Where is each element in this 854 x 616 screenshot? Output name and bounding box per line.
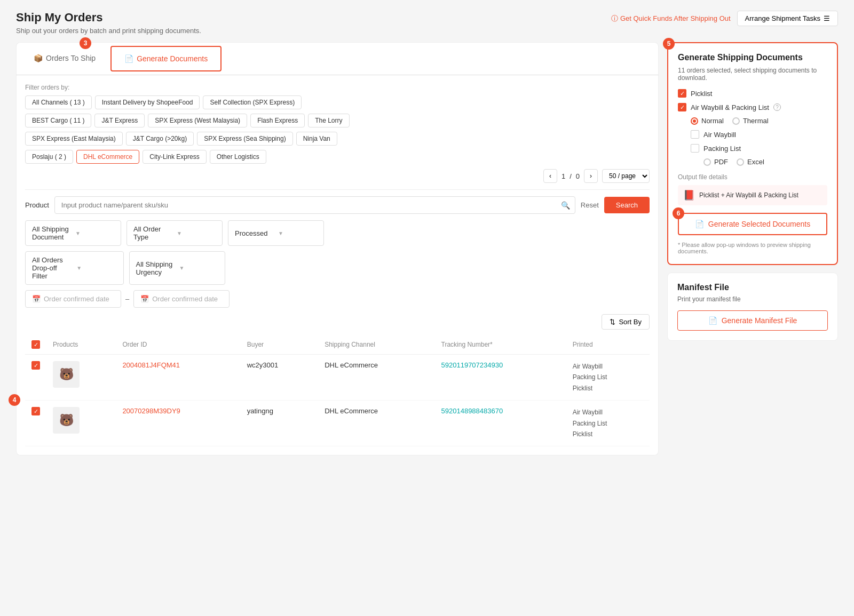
air-waybill-only-checkbox[interactable] — [691, 130, 699, 139]
chip-jt-express[interactable]: J&T Express — [94, 114, 145, 127]
order-type-dropdown[interactable]: All Order Type ▼ — [126, 220, 223, 246]
filter-dropdowns-row2: All Orders Drop-off Filter ▼ All Shippin… — [25, 251, 650, 285]
packing-list-checkbox[interactable] — [691, 144, 699, 153]
tab-generate-documents[interactable]: 📄 Generate Documents — [110, 46, 222, 71]
doc-icon: 📄 — [124, 54, 133, 63]
date-start-input[interactable]: 📅 Order confirmed date — [25, 290, 121, 308]
chip-other-logistics[interactable]: Other Logistics — [210, 150, 266, 164]
reset-button[interactable]: Reset — [581, 201, 599, 209]
col-tracking-number: Tracking Number* — [435, 335, 566, 355]
page-subtitle: Ship out your orders by batch and print … — [16, 27, 838, 35]
select-all-checkbox[interactable]: ✓ — [31, 340, 40, 349]
chip-poslaju[interactable]: Poslaju ( 2 ) — [25, 150, 73, 164]
check-icon: ✓ — [34, 363, 38, 369]
date-separator: – — [125, 295, 129, 303]
print-type-radios: Normal Thermal — [691, 117, 827, 125]
sort-button[interactable]: ⇅ Sort By — [602, 314, 650, 330]
generate-btn-wrap: 6 📄 Generate Selected Documents — [678, 213, 827, 235]
urgency-dropdown[interactable]: All Shipping Urgency ▼ — [129, 251, 225, 285]
search-row: Product 🔍 Reset Search — [25, 196, 650, 214]
chip-spx-sea[interactable]: SPX Express (Sea Shipping) — [197, 132, 292, 146]
page-sep: / — [570, 172, 572, 180]
info-circle-icon: ⓘ — [611, 14, 618, 23]
filter-dropdowns-row1: All Shipping Document ▼ All Order Type ▼… — [25, 220, 650, 246]
shipping-doc-dropdown[interactable]: All Shipping Document ▼ — [25, 220, 121, 246]
menu-icon: ☰ — [824, 14, 830, 22]
air-waybill-sub-option: Air Waybill — [691, 130, 827, 139]
air-waybill-only-label: Air Waybill — [703, 131, 736, 139]
radio-normal[interactable]: Normal — [691, 117, 724, 125]
generate-docs-subtitle: 11 orders selected, select shipping docu… — [678, 67, 827, 82]
prev-page-button[interactable]: ‹ — [543, 169, 557, 183]
chip-self-collection[interactable]: Self Collection (SPX Express) — [203, 95, 302, 109]
col-printed: Printed — [566, 335, 650, 355]
next-page-button[interactable]: › — [584, 169, 598, 183]
radio-excel[interactable]: Excel — [737, 158, 764, 166]
step6-badge: 6 — [673, 207, 684, 219]
radio-thermal[interactable]: Thermal — [732, 117, 769, 125]
generate-docs-card: 5 Generate Shipping Documents 11 orders … — [667, 42, 838, 265]
chip-the-lorry[interactable]: The Lorry — [308, 114, 349, 127]
chip-citylink[interactable]: City-Link Express — [143, 150, 206, 164]
radio-normal-label: Normal — [701, 117, 724, 125]
chevron-down-icon: ▼ — [177, 230, 216, 236]
product-search-input[interactable] — [54, 196, 575, 214]
chip-jt-cargo[interactable]: J&T Cargo (>20kg) — [126, 132, 194, 146]
tracking-link-1[interactable]: 5920119707234930 — [441, 361, 503, 369]
help-icon[interactable]: ? — [773, 103, 781, 111]
date-end-input[interactable]: 📅 Order confirmed date — [133, 290, 230, 308]
picklist-checkbox[interactable]: ✓ — [678, 89, 686, 98]
step3-badge: 3 — [80, 37, 91, 49]
order-id-link-2[interactable]: 20070298M39DY9 — [122, 407, 180, 415]
get-quick-funds-link[interactable]: ⓘ Get Quick Funds After Shipping Out — [611, 14, 731, 23]
chevron-down-icon: ▼ — [76, 265, 116, 271]
arrange-shipment-button[interactable]: Arrange Shipment Tasks ☰ — [737, 11, 838, 26]
check-icon: ✓ — [680, 90, 685, 97]
order-id-link-1[interactable]: 2004081J4FQM41 — [122, 361, 180, 369]
chip-ninja-van[interactable]: Ninja Van — [296, 132, 337, 146]
manifest-title: Manifest File — [677, 283, 828, 292]
tab-orders-to-ship[interactable]: 📦 Orders To Ship — [21, 46, 108, 71]
output-section: Output file details 📕 Picklist + Air Way… — [678, 173, 827, 205]
status-dropdown[interactable]: Processed ▼ — [228, 220, 324, 246]
search-button[interactable]: Search — [604, 197, 650, 213]
generate-selected-docs-button[interactable]: 📄 Generate Selected Documents — [678, 213, 827, 235]
page-current: 1 — [562, 172, 565, 180]
row-checkbox-1[interactable]: ✓ — [31, 361, 40, 370]
dropoff-dropdown[interactable]: All Orders Drop-off Filter ▼ — [25, 251, 124, 285]
generate-manifest-button[interactable]: 📄 Generate Manifest File — [677, 310, 828, 331]
date-range-row: 📅 Order confirmed date – 📅 Order confirm… — [25, 290, 650, 308]
radio-pdf[interactable]: PDF — [703, 158, 728, 166]
chip-flash-express[interactable]: Flash Express — [250, 114, 305, 127]
shipping-channel-2: DHL eCommerce — [318, 401, 434, 446]
orders-table: ✓ Products Order ID Buyer Shipping Chann… — [25, 335, 650, 446]
shipping-channel-1: DHL eCommerce — [318, 355, 434, 401]
chip-best-cargo[interactable]: BEST Cargo ( 11 ) — [25, 114, 91, 127]
chip-all-channels[interactable]: All Channels ( 13 ) — [25, 95, 92, 109]
table-row: ✓ 🐻 20070298M39DY9 yatingng DHL eCommerc… — [25, 401, 650, 446]
filter-chips-row3: SPX Express (East Malaysia) J&T Cargo (>… — [25, 132, 650, 146]
arrow-left-icon: ‹ — [549, 172, 551, 180]
tracking-link-2[interactable]: 5920148988483670 — [441, 407, 503, 415]
per-page-select[interactable]: 50 / page — [602, 169, 650, 183]
table-row: ✓ 🐻 2004081J4FQM41 wc2y3001 DHL eCommerc… — [25, 355, 650, 401]
col-order-id: Order ID — [116, 335, 240, 355]
calendar-icon: 📅 — [140, 295, 149, 303]
page-total: 0 — [576, 172, 580, 180]
chip-dhl[interactable]: DHL eCommerce — [76, 150, 139, 164]
air-waybill-packing-checkbox[interactable]: ✓ — [678, 103, 686, 111]
row-checkbox-2[interactable]: ✓ — [31, 407, 40, 415]
manifest-icon: 📄 — [708, 316, 717, 325]
chip-instant-delivery[interactable]: Instant Delivery by ShopeeFood — [95, 95, 200, 109]
product-thumbnail-2: 🐻 — [53, 407, 80, 434]
search-icon: 🔍 — [561, 201, 570, 210]
col-products: Products — [46, 335, 116, 355]
chip-spx-east[interactable]: SPX Express (East Malaysia) — [25, 132, 123, 146]
box-icon: 📦 — [34, 54, 43, 62]
chip-spx-west[interactable]: SPX Express (West Malaysia) — [148, 114, 247, 127]
radio-thermal-label: Thermal — [743, 117, 769, 125]
buyer-2: yatingng — [241, 401, 318, 446]
radio-pdf-label: PDF — [714, 158, 728, 166]
filter-chips-row2: BEST Cargo ( 11 ) J&T Express SPX Expres… — [25, 114, 650, 127]
packing-format-radios: PDF Excel — [703, 158, 827, 166]
